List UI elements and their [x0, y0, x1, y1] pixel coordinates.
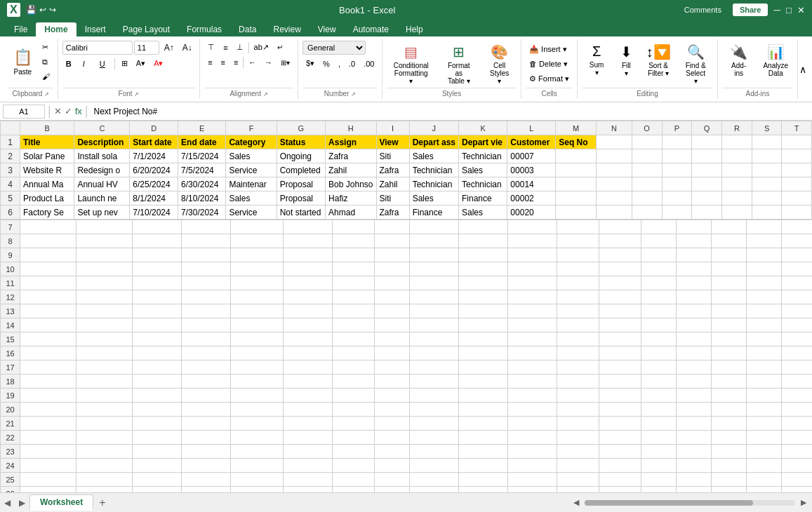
cell-empty[interactable] — [747, 445, 782, 459]
cell-empty[interactable] — [231, 276, 284, 290]
cell-empty[interactable] — [231, 417, 284, 431]
cell-H1[interactable]: Assign — [326, 135, 376, 149]
cell-empty[interactable] — [677, 459, 712, 473]
cell-J5[interactable]: Sales — [409, 191, 458, 206]
cell-empty[interactable] — [231, 262, 284, 276]
cell-empty[interactable] — [677, 304, 712, 318]
cell-empty[interactable] — [133, 290, 182, 304]
cell-empty[interactable] — [641, 290, 677, 304]
cell-empty[interactable] — [557, 276, 599, 290]
cell-empty[interactable] — [333, 220, 375, 234]
cell-empty[interactable] — [459, 318, 508, 332]
cell-empty[interactable] — [333, 389, 375, 403]
cell-empty[interactable] — [599, 290, 641, 304]
cell-S4[interactable] — [752, 177, 782, 191]
cell-empty[interactable] — [284, 417, 333, 431]
cell-empty[interactable] — [459, 234, 508, 248]
cell-N1[interactable] — [597, 135, 632, 149]
tab-review[interactable]: Review — [265, 22, 309, 36]
cell-empty[interactable] — [747, 290, 782, 304]
cell-empty[interactable] — [459, 290, 508, 304]
cell-empty[interactable] — [410, 431, 459, 445]
cell-empty[interactable] — [20, 262, 76, 276]
cell-empty[interactable] — [782, 318, 813, 332]
cell-empty[interactable] — [231, 332, 284, 346]
cell-L5[interactable]: 00002 — [507, 191, 556, 206]
cell-M3[interactable] — [556, 163, 597, 177]
col-header-L[interactable]: L — [507, 121, 556, 135]
comments-button[interactable]: Comments — [679, 4, 727, 15]
minimize-btn[interactable]: ─ — [773, 5, 780, 15]
cell-empty[interactable] — [508, 346, 557, 361]
cell-empty[interactable] — [133, 346, 182, 361]
col-header-K[interactable]: K — [459, 121, 507, 135]
copy-button[interactable]: ⧉ — [39, 55, 53, 69]
cell-R1[interactable] — [722, 135, 752, 149]
tab-automate[interactable]: Automate — [345, 22, 397, 36]
cell-empty[interactable] — [231, 459, 284, 473]
cell-empty[interactable] — [782, 361, 813, 375]
cell-C6[interactable]: Set up nev — [74, 206, 130, 220]
cell-empty[interactable] — [557, 332, 599, 346]
cell-empty[interactable] — [20, 473, 76, 487]
cell-O4[interactable] — [632, 177, 662, 191]
cell-empty[interactable] — [20, 431, 76, 445]
cell-empty[interactable] — [182, 417, 231, 431]
decrease-indent-btn[interactable]: ← — [245, 56, 260, 69]
cell-empty[interactable] — [508, 290, 557, 304]
format-as-table-button[interactable]: ⊞ Format asTable ▾ — [438, 41, 479, 88]
cell-empty[interactable] — [557, 473, 599, 487]
cell-N4[interactable] — [597, 177, 632, 191]
cell-empty[interactable] — [712, 248, 747, 262]
cell-I4[interactable]: Zahil — [376, 177, 409, 191]
cell-empty[interactable] — [599, 445, 641, 459]
cell-empty[interactable] — [410, 459, 459, 473]
col-header-H[interactable]: H — [326, 121, 376, 135]
cell-empty[interactable] — [333, 459, 375, 473]
cell-empty[interactable] — [599, 459, 641, 473]
cell-empty[interactable] — [459, 361, 508, 375]
cell-empty[interactable] — [641, 473, 677, 487]
cell-empty[interactable] — [641, 262, 677, 276]
cell-empty[interactable] — [410, 234, 459, 248]
cell-empty[interactable] — [599, 346, 641, 361]
cell-empty[interactable] — [182, 375, 231, 389]
cell-empty[interactable] — [182, 220, 231, 234]
cell-empty[interactable] — [133, 403, 182, 417]
col-header-I[interactable]: I — [376, 121, 409, 135]
cell-empty[interactable] — [410, 375, 459, 389]
cell-D3[interactable]: 6/20/2024 — [130, 163, 178, 177]
cell-empty[interactable] — [508, 304, 557, 318]
cell-empty[interactable] — [284, 473, 333, 487]
cell-empty[interactable] — [508, 234, 557, 248]
cell-empty[interactable] — [333, 375, 375, 389]
cell-empty[interactable] — [747, 473, 782, 487]
cell-empty[interactable] — [410, 304, 459, 318]
cell-empty[interactable] — [231, 304, 284, 318]
currency-btn[interactable]: $▾ — [302, 57, 318, 70]
cell-empty[interactable] — [459, 375, 508, 389]
cell-M6[interactable] — [556, 206, 597, 220]
cell-empty[interactable] — [284, 262, 333, 276]
cell-empty[interactable] — [712, 459, 747, 473]
cell-empty[interactable] — [231, 318, 284, 332]
cell-empty[interactable] — [375, 276, 410, 290]
cell-empty[interactable] — [20, 459, 76, 473]
cell-empty[interactable] — [459, 389, 508, 403]
cell-empty[interactable] — [557, 361, 599, 375]
cell-empty[interactable] — [375, 487, 410, 493]
cell-empty[interactable] — [508, 375, 557, 389]
cell-empty[interactable] — [782, 403, 813, 417]
cell-empty[interactable] — [76, 290, 133, 304]
cell-empty[interactable] — [641, 332, 677, 346]
col-header-Q[interactable]: Q — [692, 121, 722, 135]
redo-btn[interactable]: ↪ — [49, 5, 56, 15]
tab-home[interactable]: Home — [36, 22, 76, 36]
cell-H2[interactable]: Zafra — [326, 149, 376, 163]
cell-empty[interactable] — [641, 389, 677, 403]
cell-empty[interactable] — [508, 361, 557, 375]
cell-empty[interactable] — [459, 332, 508, 346]
cell-E3[interactable]: 7/5/2024 — [178, 163, 226, 177]
cell-empty[interactable] — [76, 346, 133, 361]
format-cells-button[interactable]: ⚙ Format ▾ — [526, 72, 573, 86]
